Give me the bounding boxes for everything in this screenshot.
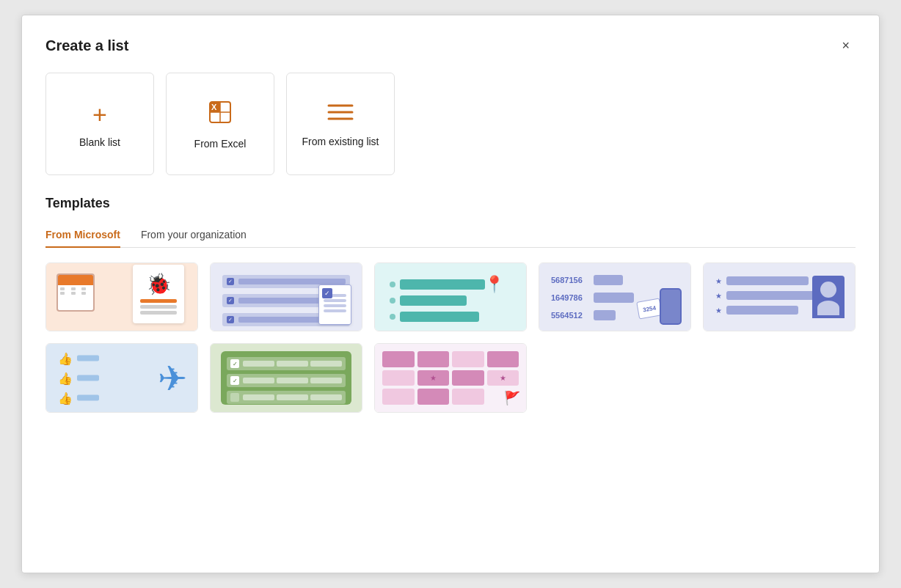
close-button[interactable]: ×: [836, 36, 856, 55]
templates-section: Templates From Microsoft From your organ…: [45, 196, 856, 413]
template-info-employee: Employee onboarding Manage your new empl…: [211, 331, 362, 331]
modal-title: Create a list: [45, 37, 128, 54]
template-card-travel-requests[interactable]: 👍 👍 👍 ✈: [45, 343, 198, 412]
templates-tabs: From Microsoft From your organization: [45, 223, 856, 248]
empty-slot-2: [703, 343, 856, 412]
template-thumb-employee: ✓ ✓ ✓: [211, 263, 362, 331]
template-info-asset: Asset manager Keep track of all devices …: [539, 331, 690, 331]
template-info-issue: Issue tracker Track issues and bring the…: [46, 331, 197, 331]
thumbsup-icon: 👍: [58, 351, 73, 365]
tab-from-organization[interactable]: From your organization: [141, 223, 247, 248]
templates-grid-row1: 🐞 Issue tracker Track issues and bring t…: [45, 262, 856, 331]
template-info-content: Content scheduler Plan, schedule, and ma…: [375, 412, 526, 413]
modal-header: Create a list ×: [45, 36, 856, 55]
templates-title: Templates: [45, 196, 856, 211]
excel-icon: X: [207, 99, 233, 131]
from-existing-label: From existing list: [302, 136, 379, 147]
tab-from-microsoft[interactable]: From Microsoft: [45, 223, 120, 248]
template-thumb-asset: 5687156 1649786 5564512: [539, 263, 690, 331]
create-options-row: + Blank list X From Excel: [45, 73, 856, 175]
template-card-asset-manager[interactable]: 5687156 1649786 5564512: [539, 262, 691, 331]
template-info-work: Work progress tracker Track priorities a…: [211, 412, 362, 413]
template-thumb-work: ✓ ✓: [211, 344, 362, 411]
template-thumb-recruit: ★ ★ ★: [704, 263, 855, 331]
template-thumb-content: ★ ★ 🚩: [375, 344, 526, 411]
template-thumb-travel: 👍 👍 👍 ✈: [46, 344, 197, 411]
template-info-event: Event itinerary Organize all your import…: [375, 331, 526, 331]
thumbsup-icon-3: 👍: [58, 391, 73, 405]
flag-icon: 🚩: [504, 390, 520, 406]
plus-icon: +: [92, 100, 107, 129]
templates-grid-row2: 👍 👍 👍 ✈: [45, 343, 856, 412]
from-existing-card[interactable]: From existing list: [286, 73, 395, 175]
empty-slot-1: [539, 343, 691, 412]
template-info-travel: Travel requests Manage all your travel r…: [46, 412, 197, 413]
plane-icon: ✈: [158, 358, 187, 399]
template-card-employee-onboarding[interactable]: ✓ ✓ ✓: [210, 262, 362, 331]
list-icon: [327, 101, 354, 128]
from-excel-card[interactable]: X From Excel: [166, 73, 274, 175]
from-excel-label: From Excel: [194, 138, 247, 150]
template-card-event-itinerary[interactable]: 📍: [374, 262, 527, 331]
create-list-modal: Create a list × + Blank list X: [21, 15, 880, 573]
template-card-recruitment-tracker[interactable]: ★ ★ ★: [703, 262, 856, 331]
modal-overlay: Create a list × + Blank list X: [0, 0, 901, 588]
template-card-work-progress[interactable]: ✓ ✓: [210, 343, 362, 412]
thumbsup-icon-2: 👍: [58, 371, 73, 385]
svg-text:X: X: [211, 103, 217, 111]
template-info-recruit: Recruitment tracker Keep everyone inform…: [704, 331, 855, 331]
template-thumb-event: 📍: [375, 263, 526, 331]
template-card-content-scheduler[interactable]: ★ ★ 🚩 Content scheduler Plan, schedule,: [374, 343, 527, 412]
template-thumb-issue: 🐞: [46, 263, 197, 331]
blank-list-label: Blank list: [79, 136, 120, 148]
blank-list-card[interactable]: + Blank list: [45, 73, 154, 175]
template-card-issue-tracker[interactable]: 🐞 Issue tracker Track issues and bring t…: [45, 262, 198, 331]
